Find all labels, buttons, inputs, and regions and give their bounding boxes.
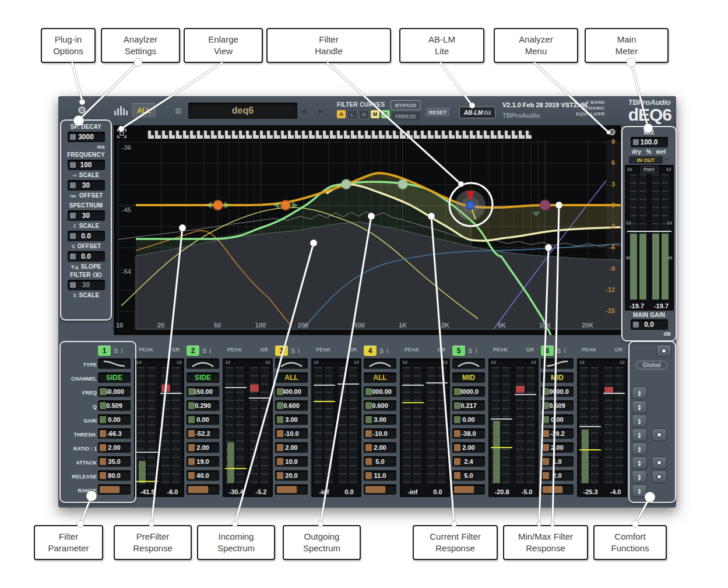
release-field[interactable]: 5.0: [452, 470, 485, 481]
band-enable-button[interactable]: 4: [364, 346, 377, 356]
inspect-button[interactable]: I: [121, 347, 122, 354]
thresh-field[interactable]: -38.0: [452, 428, 485, 439]
link-icon[interactable]: [93, 272, 102, 278]
freq-field[interactable]: 400.00: [275, 386, 308, 397]
solo-button[interactable]: S: [557, 347, 561, 354]
attack-link-button[interactable]: [652, 456, 667, 469]
channel-selector[interactable]: ALL: [275, 372, 308, 383]
ratio-field[interactable]: 2.00: [275, 442, 308, 453]
filter-handle-band4[interactable]: [398, 179, 407, 189]
range-field[interactable]: -6.0: [275, 484, 308, 495]
filter-type-selector[interactable]: [452, 358, 485, 369]
ratio-field[interactable]: 2.00: [541, 442, 574, 453]
filter-type-selector[interactable]: [98, 358, 131, 369]
filter-type-selector[interactable]: [275, 358, 308, 369]
spectrum-offset-field[interactable]: 0.0: [68, 251, 105, 262]
gain-field[interactable]: 0.00: [187, 414, 219, 425]
dropdown-icon[interactable]: ▼: [664, 157, 669, 163]
release-field[interactable]: 2.0: [541, 470, 574, 481]
curve-m-button[interactable]: M: [371, 110, 379, 118]
range-stepper[interactable]: ▲▼: [632, 484, 647, 497]
curve-s-button[interactable]: S: [381, 110, 390, 118]
freq-field[interactable]: 150.00: [187, 386, 219, 397]
thresh-field[interactable]: -52.2: [187, 428, 219, 439]
gain-field[interactable]: 3.00: [364, 414, 396, 425]
channel-selector[interactable]: SIDE: [98, 372, 131, 383]
gain-field[interactable]: 0.00: [541, 414, 574, 425]
gain-stepper[interactable]: ▲▼: [632, 414, 647, 427]
curve-r-button[interactable]: R: [359, 110, 369, 119]
filter-type-selector[interactable]: [187, 358, 219, 369]
freq-scale-field[interactable]: 30: [68, 180, 105, 191]
spectrum-field[interactable]: 30: [68, 210, 105, 221]
q-stepper[interactable]: ▲▼: [632, 400, 647, 413]
curve-a-button[interactable]: A: [337, 110, 346, 118]
q-field[interactable]: 0.509: [98, 400, 131, 411]
thresh-link-button[interactable]: [652, 428, 667, 441]
sp-decay-field[interactable]: 3000: [68, 132, 105, 142]
release-field[interactable]: 40.0: [187, 470, 219, 481]
release-field[interactable]: 20.0: [275, 470, 308, 481]
attack-field[interactable]: 35.0: [98, 456, 131, 467]
attack-field[interactable]: 10.0: [275, 456, 308, 467]
release-stepper[interactable]: ▲▼: [632, 470, 647, 483]
channel-selector[interactable]: MID: [541, 372, 574, 383]
range-field[interactable]: -6.0: [452, 484, 485, 495]
ratio-field[interactable]: 2.00: [452, 442, 485, 453]
freq-field[interactable]: 1000.00: [364, 386, 396, 397]
filter-handle-band5-selected[interactable]: [455, 190, 486, 220]
main-gain-field[interactable]: 0.0: [631, 319, 668, 330]
analyzer-settings-icon[interactable]: [114, 106, 128, 115]
attack-field[interactable]: 5.0: [364, 456, 396, 467]
freeze-button[interactable]: FREEZE: [392, 112, 420, 121]
release-link-button[interactable]: [652, 470, 667, 483]
solo-button[interactable]: S: [468, 347, 472, 354]
release-field[interactable]: 80.0: [98, 470, 131, 481]
solo-button[interactable]: S: [202, 347, 206, 354]
frequency-field[interactable]: 100: [68, 160, 105, 170]
q-field[interactable]: 0.509: [541, 400, 574, 411]
in-out-selector[interactable]: IN OUT: [629, 156, 663, 164]
reset-button[interactable]: RESET: [425, 108, 450, 117]
q-field[interactable]: 0.600: [275, 400, 308, 411]
mix-field[interactable]: 100.0: [631, 137, 668, 147]
preset-display[interactable]: deq6: [188, 103, 297, 119]
ratio-field[interactable]: 2.00: [187, 442, 219, 453]
gain-field[interactable]: 3.00: [275, 414, 308, 425]
thresh-field[interactable]: -66.3: [98, 428, 131, 439]
ratio-field[interactable]: 2.00: [98, 442, 131, 453]
range-field[interactable]: -6.0: [98, 484, 131, 495]
q-field[interactable]: 0.290: [187, 400, 219, 411]
enlarge-view-icon[interactable]: [117, 129, 126, 138]
ablm-lite-badge[interactable]: AB-LMLT: [459, 107, 495, 118]
eq-graph[interactable]: ⚙ -36 -45 -54 9 6 3 0 -3 -6 -9 -12 -15 1…: [114, 125, 621, 335]
rms-mode-badge[interactable]: RMS: [641, 166, 658, 173]
thresh-stepper[interactable]: ▲▼: [632, 428, 647, 441]
attack-stepper[interactable]: ▲▼: [632, 456, 647, 469]
band-enable-button[interactable]: 1: [98, 346, 111, 356]
analyzer-menu-gear-icon[interactable]: ⚙: [609, 128, 616, 136]
inspect-button[interactable]: I: [564, 347, 565, 354]
analyzer-mode-button[interactable]: ALL: [132, 103, 156, 118]
attack-field[interactable]: 2.4: [452, 456, 485, 467]
channel-selector[interactable]: SIDE: [187, 372, 219, 383]
release-field[interactable]: 11.0: [364, 470, 396, 481]
preset-prev-icon[interactable]: ◄: [300, 107, 307, 115]
attack-field[interactable]: 19.0: [187, 456, 219, 467]
q-field[interactable]: 0.217: [452, 400, 485, 411]
band-enable-button[interactable]: 5: [452, 346, 465, 356]
freq-field[interactable]: 10000.0: [541, 386, 574, 397]
thresh-field[interactable]: -10.0: [275, 428, 308, 439]
attack-field[interactable]: 1.0: [541, 456, 574, 467]
inspect-button[interactable]: I: [386, 347, 388, 354]
range-field[interactable]: -6.0: [541, 484, 574, 495]
band-enable-button[interactable]: 2: [187, 346, 199, 356]
channel-selector[interactable]: MID: [452, 372, 485, 383]
freq-field[interactable]: 50.000: [98, 386, 131, 397]
filter-type-selector[interactable]: [364, 358, 396, 369]
thresh-field[interactable]: -10.0: [364, 428, 396, 439]
filter-handle-band1[interactable]: [206, 200, 230, 210]
filter-handle-band3[interactable]: [342, 179, 351, 189]
range-field[interactable]: -6.0: [187, 484, 219, 495]
band-enable-button[interactable]: 3: [275, 346, 288, 356]
